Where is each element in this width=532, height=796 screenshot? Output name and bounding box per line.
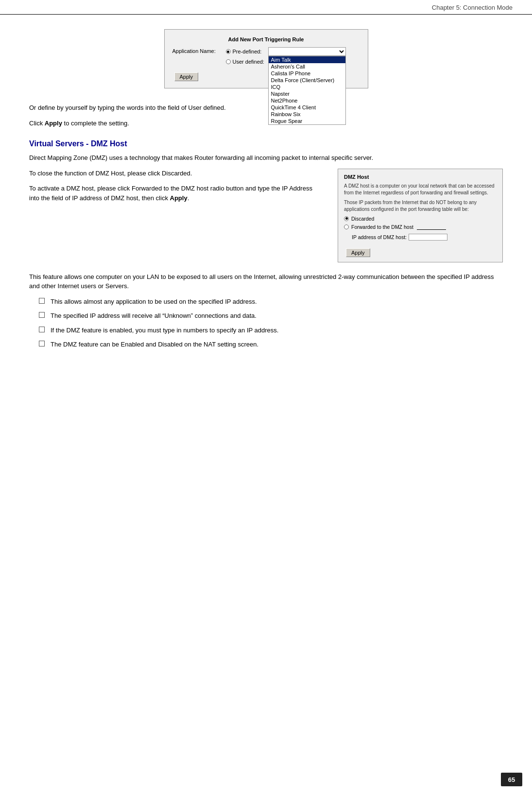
bullet-checkbox <box>39 312 45 318</box>
dmz-radio-discarded[interactable]: Discarded <box>344 216 497 222</box>
add-port-dialog: Add New Port Triggering Rule Application… <box>164 29 368 88</box>
top-apply-button[interactable]: Apply <box>174 72 199 81</box>
pre-defined-label: Pre-defined: <box>233 49 262 54</box>
dmz-ip-row: IP address of DMZ host: <box>352 234 497 241</box>
page-header: Chapter 5: Connection Mode <box>0 0 532 15</box>
app-name-label: Application Name: <box>172 47 226 54</box>
dmz-discarded-label: Discarded <box>351 216 374 222</box>
dropdown-list-item[interactable]: Napster <box>269 90 345 97</box>
dmz-activate-suffix: . <box>188 194 189 202</box>
application-name-row: Application Name: Pre-defined: <box>172 47 360 65</box>
section-description: Direct Mapping Zone (DMZ) uses a technol… <box>29 153 503 163</box>
dropdown-list-item[interactable]: Rainbow Six <box>269 111 345 118</box>
dropdown-list-item[interactable]: QuickTime 4 Client <box>269 104 345 111</box>
app-dropdown[interactable] <box>268 47 346 56</box>
dmz-dialog-title: DMZ Host <box>344 174 497 180</box>
bullet-checkbox <box>39 327 45 332</box>
bullet-item: This allows almost any application to be… <box>39 297 503 307</box>
chapter-title: Chapter 5: Connection Mode <box>432 4 513 11</box>
radio-circle-userdefined <box>226 59 231 64</box>
page-number-badge: 65 <box>501 773 522 786</box>
dropdown-list-item[interactable]: Net2Phone <box>269 97 345 104</box>
dmz-ui-col: DMZ Host A DMZ host is a computer on you… <box>338 169 503 262</box>
dropdown-list-item[interactable]: Rogue Spear <box>269 118 345 124</box>
dmz-layout: To close the function of DMZ Host, pleas… <box>29 169 503 262</box>
bullet-item: The DMZ feature can be Enabled and Disab… <box>39 340 503 349</box>
dmz-dialog: DMZ Host A DMZ host is a computer on you… <box>338 169 503 262</box>
dropdown-list-item[interactable]: Asheron's Call <box>269 63 345 70</box>
intro-para2: Click Apply to complete the setting. <box>29 119 503 128</box>
dropdown-list-item[interactable]: Aim Talk <box>269 56 345 63</box>
bullet-checkbox <box>39 298 45 304</box>
dropdown-list-item[interactable]: Calista IP Phone <box>269 70 345 77</box>
feature-text: This feature allows one computer on your… <box>29 272 503 291</box>
bullet-item: If the DMZ feature is enabled, you must … <box>39 326 503 335</box>
bullet-text: This allows almost any application to be… <box>51 297 257 307</box>
dropdown-list[interactable]: Aim TalkAsheron's CallCalista IP PhoneDe… <box>268 56 346 125</box>
dmz-radio-forwarded[interactable]: Forwarded to the DMZ host <box>344 224 497 230</box>
dmz-ip-input[interactable] <box>409 234 447 241</box>
intro-para1: Or define by yourself by typing the word… <box>29 103 503 113</box>
dmz-close-text: To close the function of DMZ Host, pleas… <box>29 169 323 178</box>
dmz-activate-text: To activate a DMZ host, please click For… <box>29 184 323 203</box>
bullet-checkbox <box>39 341 45 346</box>
radio-group: Pre-defined: <box>226 49 262 54</box>
dmz-desc2: Those IP packets from the Internet that … <box>344 199 497 213</box>
section-heading: Virtual Servers - DMZ Host <box>29 139 503 148</box>
dropdown-list-item[interactable]: Delta Force (Client/Server) <box>269 77 345 84</box>
dmz-text-col: To close the function of DMZ Host, pleas… <box>29 169 323 262</box>
para2-suffix: to complete the setting. <box>62 120 129 127</box>
add-port-dialog-title: Add New Port Triggering Rule <box>172 36 360 42</box>
dropdown-list-item[interactable]: ICQ <box>269 84 345 90</box>
dmz-radio-circle-forwarded <box>344 225 349 229</box>
pre-defined-radio[interactable]: Pre-defined: <box>226 49 262 54</box>
para2-prefix: Click <box>29 120 45 127</box>
dmz-activate-bold: Apply <box>170 194 188 202</box>
bullet-item: The specified IP address will receive al… <box>39 311 503 321</box>
bullet-text: If the DMZ feature is enabled, you must … <box>51 326 278 335</box>
bullet-list: This allows almost any application to be… <box>39 297 503 349</box>
app-dropdown-container: Aim TalkAsheron's CallCalista IP PhoneDe… <box>268 47 346 56</box>
top-dialog-area: Add New Port Triggering Rule Application… <box>29 29 503 88</box>
radio-circle-predefined <box>226 49 231 54</box>
bullet-text: The specified IP address will receive al… <box>51 311 257 321</box>
user-defined-label: User defined: <box>233 59 264 65</box>
bullet-text: The DMZ feature can be Enabled and Disab… <box>51 340 258 349</box>
dmz-forwarded-label: Forwarded to the DMZ host <box>351 224 413 230</box>
dmz-ip-label: IP address of DMZ host: <box>352 234 407 240</box>
para2-bold: Apply <box>45 120 62 127</box>
dmz-apply-button[interactable]: Apply <box>346 248 370 257</box>
dmz-radio-group: Discarded Forwarded to the DMZ host <box>344 216 497 230</box>
page-content: Add New Port Triggering Rule Application… <box>0 15 532 383</box>
dmz-radio-circle-discarded <box>344 216 349 221</box>
dmz-desc1: A DMZ host is a computer on your local n… <box>344 183 497 196</box>
